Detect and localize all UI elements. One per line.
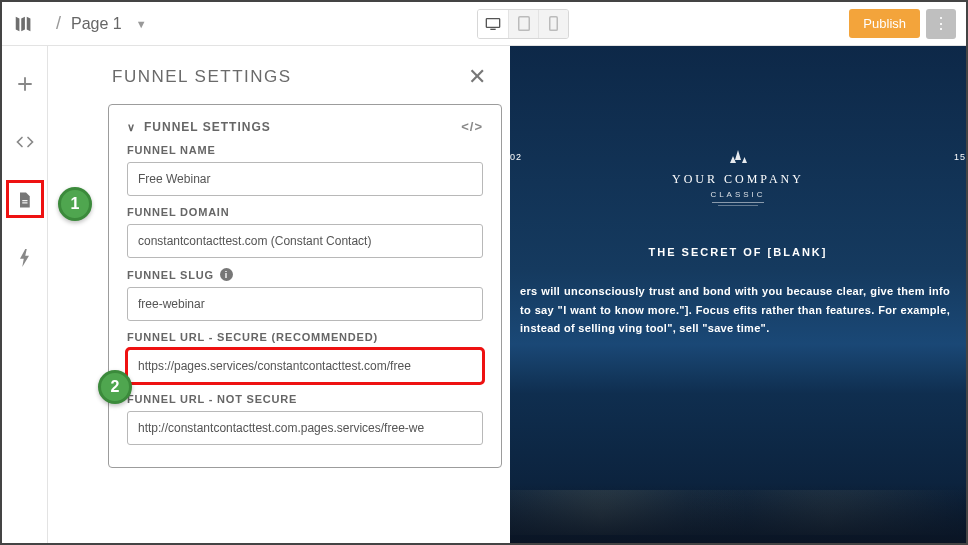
preview-classic: CLASSIC xyxy=(510,190,966,199)
app-logo-icon[interactable] xyxy=(2,2,46,46)
preview-date: 02 15 xyxy=(510,146,966,168)
preview-body: ers will unconsciously trust and bond wi… xyxy=(520,282,950,338)
settings-panel: FUNNEL SETTINGS ✕ ∨FUNNEL SETTINGS </> F… xyxy=(48,46,510,543)
funnel-name-label: FUNNEL NAME xyxy=(127,144,483,156)
callout-1: 1 xyxy=(58,187,92,221)
close-icon[interactable]: ✕ xyxy=(468,64,486,90)
funnel-slug-label: FUNNEL SLUG i xyxy=(127,268,483,281)
panel-title: FUNNEL SETTINGS xyxy=(112,67,292,87)
trees-icon xyxy=(725,146,751,164)
device-mobile-icon[interactable] xyxy=(538,10,568,38)
device-switcher xyxy=(477,9,569,39)
section-code-icon[interactable]: </> xyxy=(461,119,483,134)
info-icon[interactable]: i xyxy=(220,268,233,281)
funnel-slug-input[interactable] xyxy=(127,287,483,321)
device-tablet-icon[interactable] xyxy=(508,10,538,38)
funnel-url-notsecure-input[interactable] xyxy=(127,411,483,445)
rail-bolt-icon[interactable] xyxy=(11,244,39,272)
section-title: FUNNEL SETTINGS xyxy=(144,120,271,134)
preview-date-left: 02 xyxy=(510,152,522,162)
funnel-url-secure-input[interactable] xyxy=(127,349,483,383)
preview-company: YOUR COMPANY xyxy=(510,172,966,187)
funnel-name-input[interactable] xyxy=(127,162,483,196)
rail-page-icon[interactable] xyxy=(11,186,39,214)
breadcrumb-page[interactable]: Page 1 xyxy=(71,15,122,33)
preview-date-right: 15 xyxy=(954,152,966,162)
svg-rect-1 xyxy=(491,28,496,29)
more-menu-button[interactable]: ⋮ xyxy=(926,9,956,39)
svg-rect-3 xyxy=(550,17,558,31)
rail-code-icon[interactable] xyxy=(11,128,39,156)
funnel-url-notsecure-label: FUNNEL URL - NOT SECURE xyxy=(127,393,483,405)
breadcrumb-separator: / xyxy=(56,13,61,34)
publish-button[interactable]: Publish xyxy=(849,9,920,38)
callout-2: 2 xyxy=(98,370,132,404)
chevron-down-icon[interactable]: ∨ xyxy=(127,121,136,133)
breadcrumb-caret-icon[interactable]: ▼ xyxy=(136,18,147,30)
preview-headline: THE SECRET OF [BLANK] xyxy=(510,246,966,258)
funnel-domain-label: FUNNEL DOMAIN xyxy=(127,206,483,218)
device-desktop-icon[interactable] xyxy=(478,10,508,38)
funnel-url-secure-label: FUNNEL URL - SECURE (RECOMMENDED) xyxy=(127,331,483,343)
funnel-slug-label-text: FUNNEL SLUG xyxy=(127,269,214,281)
svg-rect-0 xyxy=(487,18,500,27)
left-rail xyxy=(2,46,48,543)
funnel-domain-input[interactable] xyxy=(127,224,483,258)
rail-add-icon[interactable] xyxy=(11,70,39,98)
page-preview: 02 15 YOUR COMPANY CLASSIC THE SECRET OF… xyxy=(510,46,966,543)
svg-rect-2 xyxy=(519,17,530,31)
topbar: / Page 1 ▼ Publish ⋮ xyxy=(2,2,966,46)
